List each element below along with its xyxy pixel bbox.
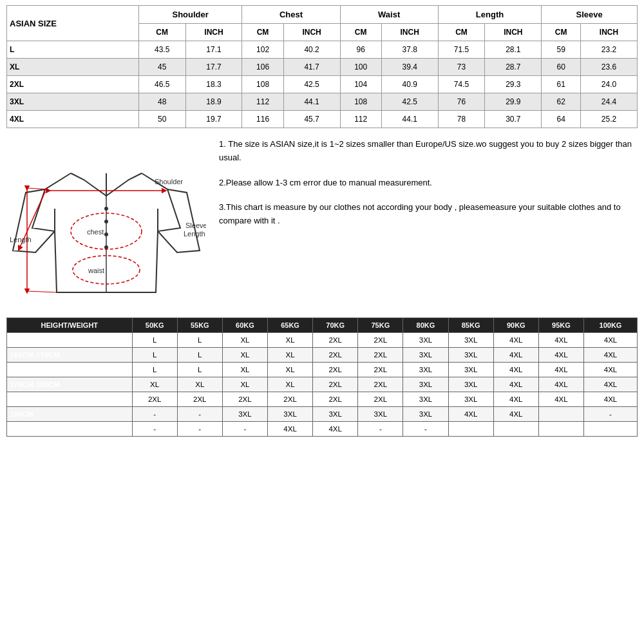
size-recommendation: 3XL <box>448 348 493 363</box>
size-recommendation: L <box>177 333 222 348</box>
measurement-cell: 71.5 <box>438 41 485 59</box>
height-label: 175CM-180CM <box>7 377 133 392</box>
sleeve-header: Sleeve <box>542 6 638 24</box>
weight-header: 90KG <box>493 318 538 333</box>
chest-label: chest <box>87 228 104 236</box>
measurement-cell: 106 <box>242 59 283 76</box>
size-recommendation: 3XL <box>448 377 493 392</box>
size-recommendation: 3XL <box>403 377 448 392</box>
measurement-cell: 19.7 <box>185 111 242 128</box>
svg-point-2 <box>104 220 108 223</box>
shoulder-inch: INCH <box>185 24 242 41</box>
svg-point-4 <box>104 245 108 249</box>
length-cm: CM <box>438 24 485 41</box>
size-recommendation: - <box>132 422 177 437</box>
weight-header: 65KG <box>268 318 313 333</box>
measurement-cell: 29.9 <box>485 93 542 111</box>
table-row: 195CM---4XL4XL-- <box>7 422 638 437</box>
size-recommendation: 4XL <box>583 363 637 377</box>
measurement-cell: 108 <box>242 76 283 93</box>
table-row: L43.517.110240.29637.871.528.15923.2 <box>7 41 638 59</box>
svg-text:Length: Length <box>184 230 205 238</box>
measurement-cell: 46.5 <box>138 76 185 93</box>
table-row: 190CM--3XL3XL3XL3XL3XL4XL4XL- <box>7 407 638 422</box>
waist-label: waist <box>88 267 104 274</box>
weight-header: 100KG <box>583 318 637 333</box>
table-row: 2XL46.518.310842.510440.974.529.36124.0 <box>7 76 638 93</box>
table-row: 165CM-170CMLLXLXL2XL2XL3XL3XL4XL4XL4XL <box>7 348 638 363</box>
size-table-section: ASIAN SIZE Shoulder Chest Waist Length S… <box>0 0 644 128</box>
measurement-cell: 45 <box>138 59 185 76</box>
size-recommendation: 2XL <box>268 392 313 407</box>
measurement-cell: 59 <box>542 41 581 59</box>
size-recommendation: L <box>132 363 177 377</box>
sleeve-inch: INCH <box>580 24 637 41</box>
table-row: 160CM-165CMLLXLXL2XL2XL3XL3XL4XL4XL4XL <box>7 333 638 348</box>
size-recommendation: 4XL <box>448 407 493 422</box>
note-3: 3.This chart is measure by our clothes n… <box>219 201 638 228</box>
size-recommendation: L <box>132 348 177 363</box>
measurement-cell: 41.7 <box>283 59 340 76</box>
shoulder-label: Shoulder <box>155 178 183 185</box>
size-recommendation: XL <box>268 377 313 392</box>
size-recommendation: 4XL <box>538 392 583 407</box>
notes-section: 1. The size is ASIAN size,it is 1~2 size… <box>213 138 638 240</box>
size-recommendation: - <box>132 407 177 422</box>
size-recommendation: L <box>177 363 222 377</box>
size-label: 4XL <box>7 111 139 128</box>
size-recommendation: 4XL <box>583 348 637 363</box>
size-recommendation: 3XL <box>358 407 403 422</box>
note-1: 1. The size is ASIAN size,it is 1~2 size… <box>219 138 638 165</box>
sleeve-cm: CM <box>542 24 581 41</box>
measurement-cell: 112 <box>340 111 381 128</box>
table-row: 170CM-175CMLLXLXL2XL2XL3XL3XL4XL4XL4XL <box>7 363 638 377</box>
waist-inch: INCH <box>381 24 438 41</box>
weight-header: 85KG <box>448 318 493 333</box>
length-label: Length <box>10 236 32 243</box>
measurement-cell: 29.3 <box>485 76 542 93</box>
size-recommendation: XL <box>268 348 313 363</box>
shirt-svg: Shoulder Sleeve Length chest waist Lengt… <box>6 138 206 305</box>
measurement-cell: 45.7 <box>283 111 340 128</box>
height-label: 195CM <box>7 422 133 437</box>
note-2: 2.Please allow 1-3 cm error due to manua… <box>219 176 638 190</box>
shirt-diagram: Shoulder Sleeve Length chest waist Lengt… <box>6 138 206 307</box>
svg-point-3 <box>104 232 108 236</box>
size-recommendation: 2XL <box>358 333 403 348</box>
size-recommendation <box>538 407 583 422</box>
height-weight-table: HEIGHT/WEIGHT50KG55KG60KG65KG70KG75KG80K… <box>6 317 638 437</box>
size-recommendation: 3XL <box>448 333 493 348</box>
measurement-cell: 23.6 <box>580 59 637 76</box>
size-recommendation: 3XL <box>403 363 448 377</box>
chest-cm: CM <box>242 24 283 41</box>
size-recommendation: 4XL <box>313 422 358 437</box>
shoulder-cm: CM <box>138 24 185 41</box>
measurement-cell: 24.0 <box>580 76 637 93</box>
size-recommendation: 4XL <box>268 422 313 437</box>
measurement-cell: 108 <box>340 93 381 111</box>
height-label: 160CM-165CM <box>7 333 133 348</box>
weight-header: 70KG <box>313 318 358 333</box>
svg-line-11 <box>27 291 57 292</box>
size-label: 2XL <box>7 76 139 93</box>
size-recommendation: 3XL <box>313 407 358 422</box>
hw-header-label: HEIGHT/WEIGHT <box>7 318 133 333</box>
measurement-cell: 42.5 <box>381 93 438 111</box>
table-row: 3XL4818.911244.110842.57629.96224.4 <box>7 93 638 111</box>
size-recommendation: 2XL <box>222 392 267 407</box>
measurement-cell: 18.3 <box>185 76 242 93</box>
measurement-cell: 48 <box>138 93 185 111</box>
weight-header: 95KG <box>538 318 583 333</box>
measurement-cell: 60 <box>542 59 581 76</box>
size-recommendation: 4XL <box>493 333 538 348</box>
measurement-cell: 28.7 <box>485 59 542 76</box>
measurement-cell: 44.1 <box>283 93 340 111</box>
size-recommendation: 2XL <box>313 333 358 348</box>
measurement-cell: 43.5 <box>138 41 185 59</box>
measurement-cell: 24.4 <box>580 93 637 111</box>
size-recommendation: 4XL <box>583 392 637 407</box>
size-recommendation: - <box>358 422 403 437</box>
size-recommendation: 4XL <box>493 407 538 422</box>
size-recommendation: 3XL <box>403 392 448 407</box>
size-recommendation: 2XL <box>358 392 403 407</box>
